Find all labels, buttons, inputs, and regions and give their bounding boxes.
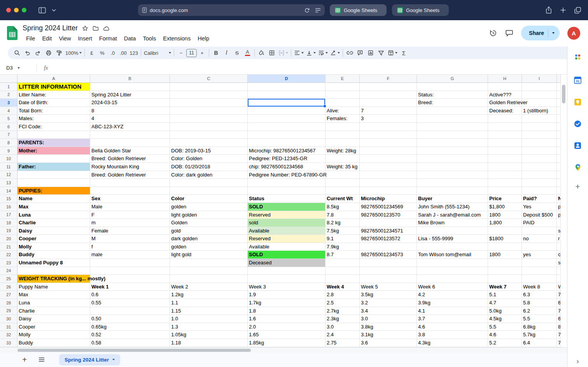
- cell-F2[interactable]: [360, 91, 417, 99]
- cell-G18[interactable]: Mike Brown: [417, 219, 488, 227]
- cell-J3[interactable]: [557, 99, 561, 107]
- cell-D30[interactable]: 1.6: [248, 315, 326, 323]
- cell-G10[interactable]: [417, 155, 488, 163]
- cell-J18[interactable]: [557, 219, 561, 227]
- cell-E11[interactable]: Weight: 35 kg: [326, 163, 360, 171]
- cell-C21[interactable]: golden: [170, 243, 248, 251]
- cell-G13[interactable]: [417, 179, 488, 187]
- cell-H9[interactable]: [488, 147, 522, 155]
- cell-I6[interactable]: [522, 123, 557, 131]
- cell-J19[interactable]: s: [557, 227, 561, 235]
- cell-H15[interactable]: Price: [488, 195, 522, 203]
- vertical-scrollbar-thumb[interactable]: [562, 85, 565, 103]
- column-header-E[interactable]: E: [326, 75, 360, 83]
- cell-I24[interactable]: [522, 267, 557, 275]
- cell-J16[interactable]: p: [557, 203, 561, 211]
- cell-D1[interactable]: [248, 83, 326, 91]
- cell-H8[interactable]: [488, 139, 522, 147]
- name-box[interactable]: D3: [0, 65, 34, 71]
- text-color-button[interactable]: A: [242, 48, 253, 58]
- cell-C33[interactable]: 1.18: [170, 339, 248, 347]
- cell-B23[interactable]: [90, 259, 170, 267]
- column-header-A[interactable]: A: [18, 75, 90, 83]
- cloud-status-icon[interactable]: [103, 26, 110, 31]
- cell-C8[interactable]: [170, 139, 248, 147]
- vertical-align-button[interactable]: [305, 48, 317, 58]
- workspace-addon-icon[interactable]: [571, 50, 585, 64]
- cell-E3[interactable]: [326, 99, 360, 107]
- cell-E9[interactable]: Weight: 28kg: [326, 147, 360, 155]
- cell-E25[interactable]: [326, 275, 360, 283]
- cell-G32[interactable]: 3.8: [417, 331, 488, 339]
- cell-I28[interactable]: 5.8: [522, 299, 557, 307]
- insert-chart-button[interactable]: [366, 48, 376, 58]
- cell-I5[interactable]: [522, 115, 557, 123]
- cell-H20[interactable]: $1800: [488, 235, 522, 243]
- cell-A5[interactable]: Males:: [18, 115, 90, 123]
- more-formats-button[interactable]: 123: [128, 48, 139, 58]
- reader-mode-icon[interactable]: [315, 8, 321, 13]
- cell-F17[interactable]: 98276500123570: [360, 211, 417, 219]
- cell-D5[interactable]: [248, 115, 326, 123]
- cell-F25[interactable]: [360, 275, 417, 283]
- cell-D26[interactable]: Week 3: [248, 283, 326, 291]
- cell-F28[interactable]: 3.2: [360, 299, 417, 307]
- cell-J28[interactable]: 6: [557, 299, 561, 307]
- cell-G27[interactable]: 4.2: [417, 291, 488, 299]
- cell-J10[interactable]: [557, 155, 561, 163]
- cell-D25[interactable]: [248, 275, 326, 283]
- cell-D27[interactable]: 1.9: [248, 291, 326, 299]
- cell-A14[interactable]: PUPPIES:: [18, 187, 90, 195]
- tab-overview-icon[interactable]: [573, 6, 582, 14]
- tasks-icon[interactable]: [571, 117, 585, 131]
- cell-G25[interactable]: [417, 275, 488, 283]
- cell-J22[interactable]: c: [557, 251, 561, 259]
- cell-D4[interactable]: [248, 107, 326, 115]
- redo-button[interactable]: [33, 48, 43, 58]
- cell-H33[interactable]: 5.2: [488, 339, 522, 347]
- row-header-5[interactable]: 5: [0, 115, 18, 123]
- cell-B16[interactable]: Male: [90, 203, 170, 211]
- cell-I18[interactable]: PAID: [522, 219, 557, 227]
- cell-J9[interactable]: [557, 147, 561, 155]
- cell-H24[interactable]: [488, 267, 522, 275]
- cell-F13[interactable]: [360, 179, 417, 187]
- cell-J27[interactable]: 7: [557, 291, 561, 299]
- cell-I21[interactable]: [522, 243, 557, 251]
- account-avatar[interactable]: A: [567, 27, 580, 40]
- row-header-17[interactable]: 17: [0, 211, 18, 219]
- collapse-side-panel-icon[interactable]: ›: [567, 357, 588, 365]
- cell-D10[interactable]: Pedigree: PED-12345-GR: [248, 155, 326, 163]
- currency-format-button[interactable]: £: [86, 48, 97, 58]
- row-header-28[interactable]: 28: [0, 299, 18, 307]
- text-rotation-button[interactable]: [329, 48, 341, 58]
- cell-I26[interactable]: Week 8: [522, 283, 557, 291]
- cell-G20[interactable]: Lisa - 555-9999: [417, 235, 488, 243]
- cell-A33[interactable]: Buddy: [18, 339, 90, 347]
- table-views-button[interactable]: [387, 48, 399, 58]
- row-header-31[interactable]: 31: [0, 323, 18, 331]
- row-header-23[interactable]: 23: [0, 259, 18, 267]
- cell-E12[interactable]: [326, 171, 360, 179]
- cell-B22[interactable]: male: [90, 251, 170, 259]
- cell-B2[interactable]: Spring 2024 Litter: [90, 91, 170, 99]
- cell-I11[interactable]: [522, 163, 557, 171]
- cell-B17[interactable]: F: [90, 211, 170, 219]
- column-header-G[interactable]: G: [417, 75, 488, 83]
- close-window-button[interactable]: [6, 8, 11, 12]
- cell-D6[interactable]: [248, 123, 326, 131]
- cell-F9[interactable]: [360, 147, 417, 155]
- cell-D29[interactable]: 1.8: [248, 307, 326, 315]
- cell-F21[interactable]: [360, 243, 417, 251]
- cell-A7[interactable]: [18, 131, 90, 139]
- cell-F5[interactable]: 3: [360, 115, 417, 123]
- cell-C16[interactable]: golden: [170, 203, 248, 211]
- cell-A32[interactable]: Molly: [18, 331, 90, 339]
- cell-G8[interactable]: [417, 139, 488, 147]
- cell-D17[interactable]: Reserved: [248, 211, 326, 219]
- cell-E15[interactable]: Current Wt: [326, 195, 360, 203]
- cell-B9[interactable]: Bella Golden Star: [90, 147, 170, 155]
- cell-I10[interactable]: [522, 155, 557, 163]
- cell-I16[interactable]: Yes: [522, 203, 557, 211]
- cell-A26[interactable]: Puppy Name: [18, 283, 90, 291]
